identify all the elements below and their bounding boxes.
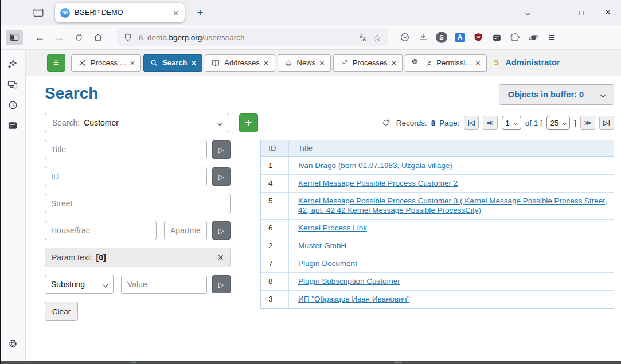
next-page-button[interactable]: ≫ xyxy=(580,116,595,130)
row-title-link[interactable]: ИП "Образцов Иван Иванович" xyxy=(298,295,409,303)
match-type-select[interactable]: Substring xyxy=(45,275,114,294)
row-title-link[interactable]: Kernel Process Link xyxy=(298,224,367,232)
app-tab-process[interactable]: Process ... × xyxy=(71,54,141,72)
browser-tab-title: BGERP DEMO xyxy=(75,9,172,17)
prev-page-button[interactable]: ≪ xyxy=(483,116,498,130)
pocket-button[interactable] xyxy=(396,29,414,46)
extension-s-button[interactable]: S xyxy=(432,29,451,46)
row-title-link[interactable]: Plugin Document xyxy=(298,259,357,268)
last-page-button[interactable]: ▷| xyxy=(599,116,614,130)
app-tab-close-icon[interactable]: × xyxy=(130,58,135,68)
home-button[interactable] xyxy=(88,29,108,46)
downloads-button[interactable] xyxy=(414,29,432,46)
app-tab-news[interactable]: News × xyxy=(278,54,331,72)
new-tab-button[interactable]: + xyxy=(192,4,209,21)
reload-button[interactable] xyxy=(69,29,88,46)
app-tab-permissions[interactable]: Permissi... × xyxy=(405,54,486,72)
row-title-link[interactable]: Kernel Message Possible Process Customer… xyxy=(298,197,607,214)
card-extension-button[interactable] xyxy=(487,29,506,46)
app-tab-search[interactable]: Search × xyxy=(143,54,202,72)
id-input[interactable] xyxy=(45,167,207,186)
devices-icon xyxy=(7,79,18,90)
site-favicon: BG xyxy=(60,8,70,18)
app-menu-button[interactable]: ≡ xyxy=(542,29,561,46)
lock-icon[interactable] xyxy=(136,33,145,42)
user-link[interactable]: Administrator xyxy=(506,58,560,68)
sidebar-settings-button[interactable] xyxy=(3,335,22,352)
firefox-view-button[interactable] xyxy=(30,4,47,21)
row-title-link[interactable]: Plugin Subscription Customer xyxy=(298,277,400,285)
minimize-button[interactable]: – xyxy=(542,0,568,25)
column-header-title: Title xyxy=(289,140,614,156)
app-menu-green-button[interactable]: ≡ xyxy=(47,54,65,72)
translate-extension-button[interactable]: A xyxy=(451,29,469,46)
row-title-link[interactable]: Ivan Drago (born 01.07.1983, Uzgala vill… xyxy=(298,161,452,170)
run-id-search-button[interactable]: ▷ xyxy=(212,167,231,186)
planet-extension-button[interactable] xyxy=(524,29,542,46)
apartment-input[interactable] xyxy=(164,221,207,240)
first-page-button[interactable]: |◁ xyxy=(464,116,479,130)
clear-button[interactable]: Clear xyxy=(45,302,78,321)
row-title-link[interactable]: Muster GmbH xyxy=(298,241,346,250)
match-type-value: Substring xyxy=(51,280,85,289)
taskbar-tick xyxy=(400,362,401,363)
app-tab-close-icon[interactable]: × xyxy=(392,58,397,68)
row-title-link[interactable]: Kernel Message Possible Process Customer… xyxy=(298,179,458,187)
app-tab-label: Addresses xyxy=(224,58,259,67)
column-header-id: ID xyxy=(261,140,289,156)
row-id: 6 xyxy=(261,220,289,237)
close-window-button[interactable]: × xyxy=(595,0,621,25)
run-param-search-button[interactable]: ▷ xyxy=(212,275,231,293)
maximize-button[interactable]: □ xyxy=(568,0,595,25)
url-bar[interactable]: demo.bgerp.org/user/search A ☆ xyxy=(117,28,388,46)
app-tab-processes[interactable]: Processes × xyxy=(333,54,403,72)
table-header: ID Title xyxy=(261,140,614,157)
param-close-icon[interactable]: × xyxy=(217,252,224,264)
shield-icon[interactable] xyxy=(123,33,132,42)
street-input[interactable] xyxy=(45,194,231,213)
page-label: Page: xyxy=(439,119,459,127)
ublock-button[interactable]: uO xyxy=(469,29,487,46)
run-address-search-button[interactable]: ▷ xyxy=(212,221,231,240)
run-title-search-button[interactable]: ▷ xyxy=(212,140,231,159)
sidebar-toggle-button[interactable] xyxy=(6,30,23,45)
chevron-down-icon xyxy=(563,120,567,124)
refresh-icon[interactable] xyxy=(381,118,390,127)
search-type-select[interactable]: Search: Customer xyxy=(45,113,229,132)
ai-chat-button[interactable] xyxy=(3,55,22,72)
app-tab-addresses[interactable]: Addresses × xyxy=(205,54,275,72)
app-tab-close-icon[interactable]: × xyxy=(319,58,325,68)
table-row: 8 Plugin Subscription Customer xyxy=(261,273,614,291)
add-button[interactable]: + xyxy=(239,113,258,132)
synced-tabs-button[interactable] xyxy=(3,76,22,93)
bracket-text: ] xyxy=(574,119,576,127)
bell-icon xyxy=(284,58,293,68)
bookmark-star-icon[interactable]: ☆ xyxy=(373,32,381,43)
app-tab-close-icon[interactable]: × xyxy=(475,58,481,68)
title-input[interactable] xyxy=(45,140,207,159)
table-row: 5 Kernel Message Possible Process Custom… xyxy=(261,193,614,220)
translate-icon[interactable]: A xyxy=(358,32,368,42)
tab-close-icon[interactable]: × xyxy=(172,8,179,18)
clock-icon xyxy=(7,100,18,111)
objects-in-buffer-button[interactable]: Objects in buffer: 0 xyxy=(499,84,614,105)
bookmarks-button[interactable] xyxy=(3,117,22,134)
forward-button[interactable]: → xyxy=(49,29,69,46)
app-tab-label: Permissi... xyxy=(436,58,471,67)
page-number-select[interactable]: 1 xyxy=(502,116,521,130)
app-tab-close-icon[interactable]: × xyxy=(192,58,197,68)
records-count: 8 xyxy=(431,119,436,127)
back-button[interactable]: ← xyxy=(30,29,49,46)
extensions-button[interactable] xyxy=(506,29,524,46)
house-input[interactable] xyxy=(45,221,157,240)
param-text-chip[interactable]: Param text: [0] × xyxy=(45,248,231,267)
value-input[interactable] xyxy=(121,275,207,294)
history-button[interactable] xyxy=(3,96,22,113)
page-size-select[interactable]: 25 xyxy=(546,116,570,130)
app-tab-close-icon[interactable]: × xyxy=(264,58,269,68)
tab-list-button[interactable] xyxy=(518,4,537,21)
chevron-down-icon xyxy=(514,120,518,124)
notification-count[interactable]: 5 xyxy=(494,58,499,68)
puzzle-icon xyxy=(510,32,520,42)
browser-tab[interactable]: BG BGERP DEMO × xyxy=(55,3,185,22)
